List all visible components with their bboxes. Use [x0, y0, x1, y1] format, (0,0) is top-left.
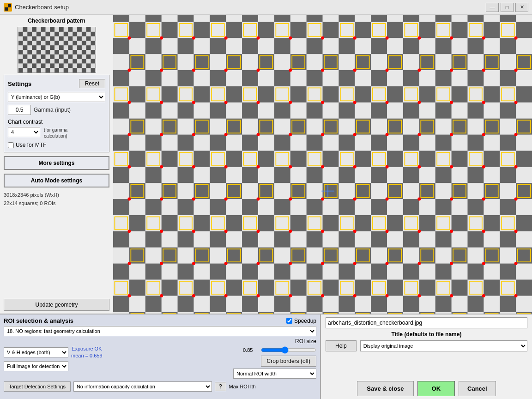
svg-point-86: [353, 69, 357, 72]
crop-borders-button[interactable]: Crop borders (off): [261, 356, 316, 367]
chart-contrast-label: Chart contrast: [8, 119, 105, 125]
svg-point-133: [192, 133, 195, 136]
use-for-mtf-checkbox[interactable]: [8, 142, 14, 148]
roi-slider-value: 0.85: [243, 347, 259, 353]
svg-point-242: [353, 262, 357, 265]
svg-point-81: [192, 69, 195, 72]
speedup-label[interactable]: Speedup: [294, 318, 316, 324]
svg-point-64: [482, 36, 485, 40]
svg-point-54: [160, 36, 163, 40]
chart-contrast-select[interactable]: 42816: [8, 127, 40, 137]
svg-point-268: [353, 294, 357, 297]
roi-size-slider[interactable]: [261, 346, 316, 354]
svg-point-105: [127, 101, 131, 104]
detection-select[interactable]: Full image for detection: [4, 361, 68, 371]
svg-point-138: [353, 133, 357, 136]
use-for-mtf-label[interactable]: Use for MTF: [16, 142, 47, 148]
svg-point-139: [386, 133, 389, 136]
svg-point-271: [450, 294, 453, 297]
svg-rect-2: [8, 4, 11, 7]
svg-rect-1: [8, 7, 11, 11]
bottom-row: ROI selection & analysis Speedup 18. NO …: [0, 314, 532, 399]
svg-point-136: [289, 133, 292, 136]
svg-point-87: [386, 69, 389, 72]
svg-point-80: [160, 69, 163, 72]
gamma-input[interactable]: [8, 105, 31, 115]
for-gamma-text: (for gammacalculation): [44, 127, 67, 139]
speedup-checkbox[interactable]: [286, 318, 292, 324]
svg-point-184: [160, 198, 163, 201]
reset-button[interactable]: Reset: [79, 79, 105, 88]
svg-point-235: [127, 262, 131, 265]
checkerboard-preview-image: [18, 27, 96, 73]
svg-point-140: [417, 133, 421, 136]
svg-point-194: [482, 198, 485, 201]
svg-point-53: [127, 36, 131, 40]
filename-input[interactable]: [326, 317, 527, 328]
svg-point-61: [386, 36, 389, 40]
update-geometry-button[interactable]: Update geometry: [4, 299, 109, 311]
roi-panel-title: ROI selection & analysis: [4, 317, 73, 324]
svg-point-62: [417, 36, 421, 40]
svg-point-113: [386, 101, 389, 104]
svg-point-88: [417, 69, 421, 72]
svg-point-261: [127, 294, 131, 297]
no-info-select[interactable]: No information capacity calculation: [73, 381, 212, 392]
maximize-button[interactable]: □: [501, 3, 514, 12]
roi-panel-top: ROI selection & analysis Speedup: [4, 317, 316, 324]
minimize-button[interactable]: —: [486, 3, 499, 12]
main-content: Checkerboard pattern: [0, 15, 532, 314]
regions-select[interactable]: 18. NO regions: fast geometry calculatio…: [4, 326, 316, 336]
help-button[interactable]: Help: [326, 340, 357, 351]
action-buttons: Save & close OK Cancel: [326, 381, 527, 396]
svg-point-243: [386, 262, 389, 265]
regions-row: 18. NO regions: fast geometry calculatio…: [4, 326, 316, 336]
cancel-button[interactable]: Cancel: [459, 381, 496, 396]
svg-point-218: [417, 230, 421, 233]
svg-point-246: [482, 262, 485, 265]
svg-point-188: [289, 198, 292, 201]
app-icon: [4, 3, 12, 12]
use-for-mtf-row: Use for MTF: [8, 142, 105, 148]
svg-point-239: [256, 262, 260, 265]
target-detection-button[interactable]: Target Detection Settings: [4, 381, 71, 392]
bottom-right-panel: Title (defaults to file name) Help Displ…: [321, 314, 532, 399]
svg-point-135: [256, 133, 260, 136]
channel-select[interactable]: Y (luminance) or G(b)RGB: [8, 92, 105, 102]
auto-mode-button[interactable]: Auto Mode settings: [4, 174, 109, 187]
preview-label: Checkerboard pattern: [4, 18, 109, 24]
save-close-button[interactable]: Save & close: [357, 381, 413, 396]
channel-dropdown-row: Y (luminance) or G(b)RGB: [8, 92, 105, 102]
svg-point-270: [417, 294, 421, 297]
svg-point-115: [450, 101, 453, 104]
svg-point-90: [482, 69, 485, 72]
svg-point-168: [482, 165, 485, 169]
svg-point-107: [192, 101, 195, 104]
settings-header: Settings Reset: [8, 79, 105, 88]
display-original-select[interactable]: Display original imageDisplay processed …: [360, 340, 527, 351]
normal-roi-select[interactable]: Normal ROI widthWide ROINarrow ROI: [233, 369, 316, 379]
svg-point-160: [224, 165, 228, 169]
svg-point-116: [482, 101, 485, 104]
svg-point-240: [289, 262, 292, 265]
svg-point-60: [353, 36, 357, 40]
ok-button[interactable]: OK: [417, 381, 455, 396]
roi-slider-row: 0.85: [243, 346, 316, 354]
pixel-info-line2: 22x14 squares; 0 ROIs: [4, 200, 109, 208]
svg-point-132: [160, 133, 163, 136]
close-button[interactable]: ✕: [515, 3, 528, 12]
edges-select[interactable]: V & H edges (both)V edges onlyH edges on…: [4, 347, 68, 357]
svg-point-137: [321, 133, 324, 136]
svg-point-209: [127, 230, 131, 233]
svg-point-245: [450, 262, 453, 265]
svg-point-84: [289, 69, 292, 72]
question-button[interactable]: ?: [215, 382, 226, 391]
svg-point-162: [289, 165, 292, 169]
roi-size-label: ROI size: [295, 338, 316, 345]
svg-point-110: [289, 101, 292, 104]
svg-point-192: [417, 198, 421, 201]
more-settings-button[interactable]: More settings: [4, 156, 109, 170]
svg-point-57: [256, 36, 260, 40]
svg-point-212: [224, 230, 228, 233]
svg-point-79: [127, 69, 131, 72]
